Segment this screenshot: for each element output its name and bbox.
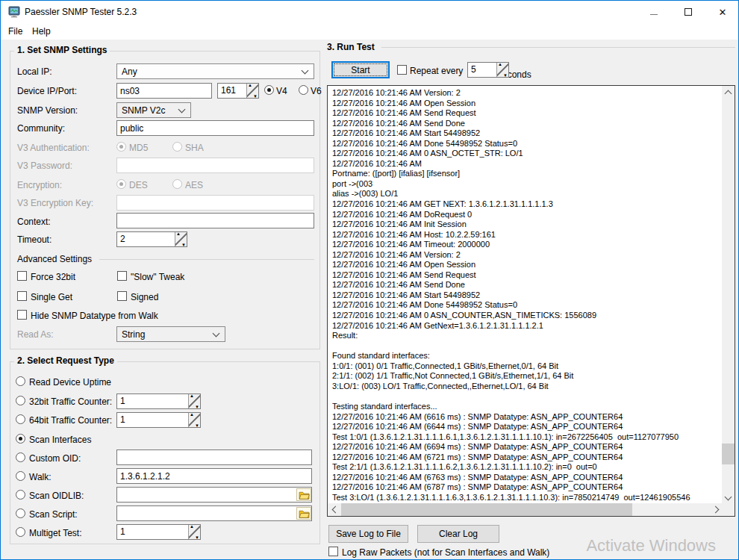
radio-custom-oid-label[interactable]: Custom OID: <box>29 453 81 464</box>
radio-custom-oid[interactable] <box>16 452 25 462</box>
read-as-value: String <box>122 329 145 340</box>
radio-64bit-traffic[interactable] <box>16 414 25 424</box>
traffic-32bit-stepper[interactable]: 1 <box>116 393 201 409</box>
advanced-settings-label: Advanced Settings <box>17 254 92 264</box>
checkbox-log-raw-packets[interactable] <box>328 547 338 556</box>
minimize-button[interactable] <box>637 1 671 23</box>
radio-v6-label[interactable]: V6 <box>311 86 322 96</box>
save-log-button[interactable]: Save Log to File <box>328 525 408 543</box>
radio-aes[interactable] <box>172 179 182 189</box>
checkbox-log-raw-packets-label[interactable]: Log Raw Packets (not for Scan Interfaces… <box>342 547 549 558</box>
group-request-type-title: 2. Select Request Type <box>14 355 117 366</box>
radio-32bit-traffic-label[interactable]: 32bit Traffic Counter: <box>29 396 112 407</box>
spinner-arrows-icon[interactable] <box>188 413 200 427</box>
save-log-button-label: Save Log to File <box>336 529 401 539</box>
radio-read-device-uptime[interactable] <box>16 376 25 386</box>
scroll-left-button[interactable] <box>328 503 340 516</box>
checkbox-single-get-label[interactable]: Single Get <box>31 292 72 302</box>
checkbox-force-32bit-label[interactable]: Force 32bit <box>31 272 75 282</box>
radio-md5[interactable] <box>116 142 126 152</box>
radio-v4-label[interactable]: V4 <box>276 86 287 96</box>
radio-scan-script[interactable] <box>16 508 25 518</box>
advanced-divider <box>99 259 314 260</box>
checkbox-signed-label[interactable]: Signed <box>131 292 158 302</box>
clear-log-button[interactable]: Clear Log <box>417 525 499 543</box>
checkbox-signed[interactable] <box>117 291 127 301</box>
chevron-left-icon <box>331 506 339 514</box>
scroll-right-button[interactable] <box>710 503 723 516</box>
snmp-version-select[interactable]: SNMP V2c <box>116 102 191 118</box>
device-ip-input[interactable] <box>116 83 212 99</box>
radio-v6[interactable] <box>299 85 308 95</box>
horizontal-scroll-thumb[interactable] <box>341 503 632 516</box>
radio-scan-oidlib[interactable] <box>16 490 25 500</box>
radio-scan-interfaces-label[interactable]: Scan Interfaces <box>29 435 91 445</box>
scroll-up-button[interactable] <box>722 86 735 99</box>
radio-scan-script-label[interactable]: Scan Script: <box>29 509 78 520</box>
browse-oidlib-button[interactable] <box>296 488 311 501</box>
scan-script-input[interactable] <box>116 505 312 521</box>
checkbox-force-32bit[interactable] <box>17 271 27 281</box>
spinner-arrows-icon[interactable] <box>246 84 258 98</box>
community-input[interactable] <box>116 120 314 136</box>
log-text: 12/27/2016 10:21:46 AM Version: 2 12/27/… <box>332 88 720 503</box>
scroll-down-button[interactable] <box>722 491 735 504</box>
maximize-button[interactable] <box>671 1 705 23</box>
title-bar[interactable]: Paessler SNMP Tester 5.2.3 ✕ <box>1 1 738 23</box>
radio-32bit-traffic[interactable] <box>16 396 25 405</box>
start-button[interactable]: Start <box>331 61 390 78</box>
timeout-stepper[interactable]: 2 <box>116 231 187 247</box>
community-label: Community: <box>17 123 65 134</box>
vertical-scroll-thumb[interactable] <box>722 444 735 464</box>
spinner-arrows-icon[interactable] <box>188 525 200 539</box>
activate-windows-watermark: Activate Windows <box>586 536 716 556</box>
radio-sha[interactable] <box>172 142 182 152</box>
menu-file[interactable]: File <box>4 25 27 37</box>
checkbox-repeat-every[interactable] <box>397 65 407 75</box>
checkbox-slow-tweak[interactable] <box>117 271 127 281</box>
radio-64bit-traffic-label[interactable]: 64bit Traffic Counter: <box>29 415 112 426</box>
clear-log-button-label: Clear Log <box>439 529 478 539</box>
scrollbar-corner <box>722 503 735 516</box>
radio-scan-interfaces[interactable] <box>16 434 25 444</box>
checkbox-repeat-every-label[interactable]: Repeat every <box>410 66 463 76</box>
radio-v4[interactable] <box>264 85 274 95</box>
log-horizontal-scrollbar[interactable] <box>328 503 723 516</box>
local-ip-label: Local IP: <box>17 66 52 77</box>
checkbox-hide-datatype-label[interactable]: Hide SNMP Datatype from Walk <box>31 311 158 321</box>
context-input[interactable] <box>116 213 314 228</box>
scan-oidlib-input[interactable] <box>116 487 312 503</box>
radio-des[interactable] <box>116 179 126 189</box>
spinner-arrows-icon[interactable] <box>188 394 200 408</box>
radio-scan-oidlib-label[interactable]: Scan OIDLIB: <box>29 491 84 501</box>
device-port-stepper[interactable]: 161 <box>217 83 259 99</box>
checkbox-single-get[interactable] <box>17 291 27 301</box>
checkbox-slow-tweak-label[interactable]: "Slow" Tweak <box>131 272 184 282</box>
radio-multiget-test-label[interactable]: Multiget Test: <box>29 528 81 538</box>
radio-read-device-uptime-label[interactable]: Read Device Uptime <box>29 377 111 388</box>
walk-input[interactable] <box>116 468 312 484</box>
radio-multiget-test[interactable] <box>16 527 25 537</box>
v3-key-label: V3 Encryption Key: <box>17 198 93 208</box>
read-as-select[interactable]: String <box>116 326 225 342</box>
log-vertical-scrollbar[interactable] <box>722 86 735 504</box>
context-label: Context: <box>17 217 51 227</box>
multiget-stepper[interactable]: 1 <box>116 524 201 540</box>
local-ip-select[interactable]: Any <box>116 63 314 79</box>
log-output-area[interactable]: 12/27/2016 10:21:46 AM Version: 2 12/27/… <box>327 85 735 517</box>
spinner-arrows-icon[interactable] <box>175 232 187 246</box>
traffic-64bit-stepper[interactable]: 1 <box>116 412 201 428</box>
radio-walk[interactable] <box>16 471 25 481</box>
custom-oid-input[interactable] <box>116 449 312 465</box>
menu-help[interactable]: Help <box>28 25 55 37</box>
browse-script-button[interactable] <box>296 507 311 520</box>
interval-stepper[interactable]: 5 <box>467 62 509 78</box>
radio-walk-label[interactable]: Walk: <box>29 472 52 482</box>
close-button[interactable]: ✕ <box>705 1 739 23</box>
spinner-arrows-icon[interactable] <box>496 63 508 77</box>
radio-aes-label: AES <box>185 180 203 190</box>
menu-bar: File Help <box>1 23 738 40</box>
read-as-label: Read As: <box>17 329 54 340</box>
checkbox-hide-datatype[interactable] <box>17 310 27 320</box>
chevron-down-icon <box>178 106 186 113</box>
